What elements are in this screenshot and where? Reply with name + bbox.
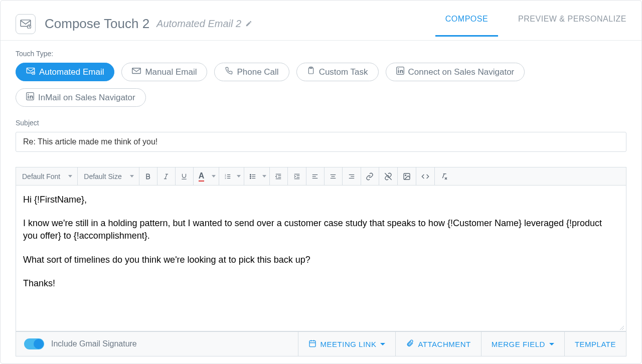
gmail-signature-label: Include Gmail Signature [51,339,137,348]
chevron-down-icon [262,175,266,177]
underline-button[interactable] [176,167,194,186]
bold-button[interactable] [139,167,157,186]
code-view-button[interactable] [416,167,434,186]
touch-type-manual-email[interactable]: Manual Email [121,63,207,81]
image-button[interactable] [398,167,416,186]
pencil-icon[interactable] [245,18,252,30]
editor-wrap: Default Font Default Size A [16,167,626,331]
clipboard-icon [307,67,315,77]
calendar-icon [308,339,316,349]
linkedin-icon [396,67,404,77]
editor-footer: Include Gmail Signature MEETING LINK ATT… [16,331,626,356]
gmail-signature-toggle[interactable] [24,338,44,349]
chevron-down-icon [237,175,241,177]
subject-label: Subject [16,119,626,127]
svg-rect-8 [398,70,399,73]
linkedin-icon [26,92,34,103]
email-paragraph: I know we're still in a holding pattern,… [23,217,619,242]
chevron-down-icon [212,175,216,177]
touch-type-automated-email[interactable]: Automated Email [16,63,114,81]
merge-field-button[interactable]: MERGE FIELD [481,332,564,356]
font-select[interactable]: Default Font [16,167,77,185]
touch-type-phone-call[interactable]: Phone Call [214,63,289,81]
size-select[interactable]: Default Size [78,167,138,185]
outdent-button[interactable] [270,167,288,186]
editor-toolbar: Default Font Default Size A [16,167,626,186]
template-button[interactable]: TEMPLATE [564,332,626,356]
italic-button[interactable] [157,167,176,186]
svg-point-26 [250,174,251,175]
touch-type-inmail-sales-nav[interactable]: InMail on Sales Navigator [16,88,146,107]
link-button[interactable] [361,167,379,186]
align-left-button[interactable] [306,167,325,186]
svg-line-50 [442,173,444,178]
subject-input[interactable] [16,132,626,152]
touch-type-label: Touch Type: [16,50,626,58]
unordered-list-button[interactable] [244,167,269,186]
resize-handle-icon[interactable] [619,324,625,330]
email-header-icon [16,14,36,34]
email-paragraph: Hi {!FirstName}, [23,194,619,206]
svg-text:3: 3 [225,176,226,179]
page-title: Compose Touch 2 [45,16,149,32]
compose-touch-panel: Compose Touch 2 Automated Email 2 COMPOS… [0,0,642,364]
chevron-down-icon [549,343,554,345]
tabs: COMPOSE PREVIEW & PERSONALIZE [445,8,626,40]
tab-compose[interactable]: COMPOSE [445,15,488,36]
email-paragraph: Thanks! [23,277,619,290]
svg-line-15 [166,174,168,178]
chevron-down-icon [130,175,134,177]
tab-preview-personalize[interactable]: PREVIEW & PERSONALIZE [518,15,626,36]
phone-icon [225,67,233,77]
touch-type-options: Automated Email Manual Email Phone Call … [16,63,626,107]
page-subtitle[interactable]: Automated Email 2 [156,18,252,30]
email-icon [132,67,141,77]
svg-point-27 [250,176,251,177]
align-right-button[interactable] [343,167,361,186]
text-color-button[interactable]: A [194,167,219,186]
indent-button[interactable] [288,167,306,186]
clear-formatting-button[interactable] [435,167,453,186]
touch-type-connect-sales-nav[interactable]: Connect on Sales Navigator [386,63,525,81]
chevron-down-icon [380,343,385,345]
svg-rect-4 [132,68,141,74]
header: Compose Touch 2 Automated Email 2 COMPOS… [1,1,641,41]
svg-point-9 [398,68,399,69]
unlink-button[interactable] [379,167,397,186]
body: Touch Type: Automated Email Manual Email… [1,41,641,356]
svg-rect-11 [28,96,29,99]
ordered-list-button[interactable]: 123 [219,167,244,186]
svg-point-48 [405,174,406,175]
email-body-editor[interactable]: Hi {!FirstName}, I know we're still in a… [16,186,626,331]
attachment-button[interactable]: ATTACHMENT [395,332,480,356]
svg-point-28 [250,177,251,178]
email-paragraph: What sort of timelines do you think we'r… [23,254,619,266]
svg-point-12 [28,94,29,95]
attachment-icon [406,339,414,349]
chevron-down-icon [68,175,72,177]
meeting-link-button[interactable]: MEETING LINK [298,332,396,356]
align-center-button[interactable] [325,167,343,186]
email-auto-icon [26,67,35,77]
svg-rect-53 [309,340,315,346]
touch-type-custom-task[interactable]: Custom Task [296,63,379,81]
